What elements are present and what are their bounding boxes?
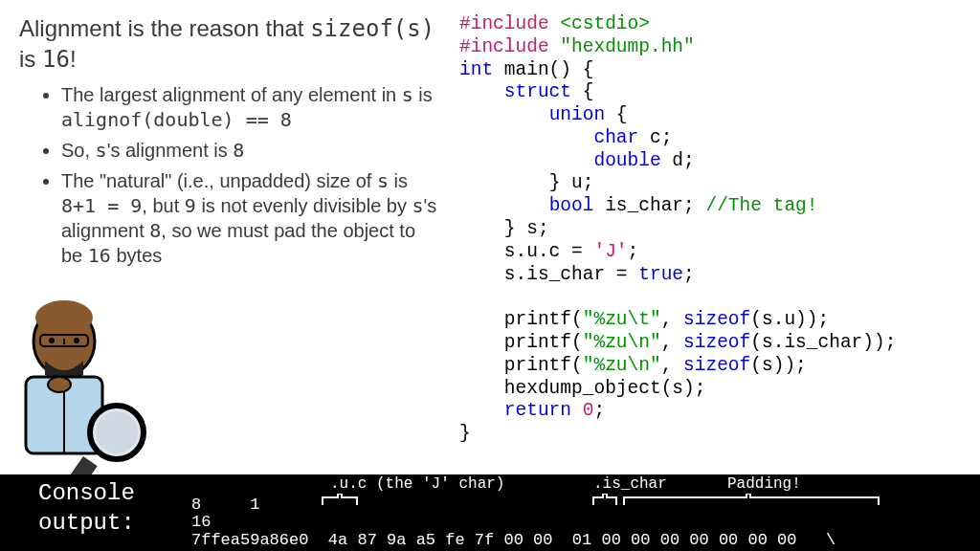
t: The "natural" (i.e., unpadded) size of (61, 170, 377, 191)
heading-text: Alignment is the reason that (19, 15, 310, 41)
t: 's alignment is (107, 140, 234, 161)
t: 0 (571, 400, 593, 421)
svg-point-11 (48, 377, 71, 392)
t: sizeof (683, 309, 750, 330)
annotation-ischar: .is_char (593, 476, 667, 494)
t: "%zu\n" (583, 332, 661, 353)
t: (s)); (750, 355, 807, 376)
console-body: 8 1 16 7ffea59a86e0 4a 87 9a a5 fe 7f 00… (191, 478, 980, 551)
t: 'J' (593, 241, 627, 262)
t: "%zu\n" (583, 355, 661, 376)
t: hexdump_object(s); (504, 378, 706, 399)
t: bool (549, 195, 594, 216)
t: sizeof (683, 332, 750, 353)
t: { (571, 81, 593, 102)
t: bytes (111, 245, 162, 266)
t: "hexdump.hh" (560, 36, 694, 57)
console-output: Console output: 8 1 16 7ffea59a86e0 4a 8… (0, 474, 980, 551)
t: <cstdio> (560, 13, 650, 34)
t: 8 (149, 219, 161, 242)
t: is not evenly divisible by (196, 195, 412, 216)
t: sizeof (683, 355, 750, 376)
heading-code: sizeof(s) (310, 15, 434, 42)
t: is (389, 170, 408, 191)
list-item: The largest alignment of any element in … (61, 82, 440, 132)
heading-text2: is (19, 46, 42, 72)
t: } u; (549, 172, 594, 193)
t: true (638, 264, 683, 285)
code-block: #include <cstdio> #include "hexdump.hh" … (459, 0, 980, 474)
t: ; (628, 241, 639, 262)
t: s.u.c = (504, 241, 594, 262)
t: 9 (185, 194, 196, 217)
t: , but (142, 195, 184, 216)
heading-bang: ! (70, 46, 77, 72)
t: } (459, 423, 471, 444)
heading-num: 16 (42, 46, 70, 73)
t: , (661, 355, 683, 376)
t: is (413, 84, 433, 105)
console-label: Console output: (38, 478, 191, 551)
t: , (661, 309, 683, 330)
t: //The tag! (705, 195, 817, 216)
t: } s; (504, 218, 549, 239)
t: 16 (88, 244, 111, 267)
console-line: 8 1 (191, 496, 259, 514)
t: #include (459, 36, 560, 57)
list-item: So, s's alignment is 8 (61, 138, 440, 163)
console-line: 16 (191, 513, 211, 531)
t: So, (61, 140, 96, 161)
t: s (377, 169, 389, 192)
t: main() { (493, 59, 593, 80)
t: is_char; (593, 195, 705, 216)
t: ; (683, 264, 695, 285)
t: double (593, 150, 660, 171)
t: struct (504, 81, 571, 102)
bullet-list: The largest alignment of any element in … (61, 82, 440, 268)
bracket-icon (591, 494, 620, 507)
t: char (593, 127, 638, 148)
t: printf( (504, 309, 583, 330)
t: { (605, 104, 627, 125)
console-line: 7ffea59a86e0 4a 87 9a a5 fe 7f 00 00 01 … (191, 531, 835, 549)
svg-point-5 (74, 338, 79, 343)
t: output: (38, 508, 191, 538)
t: c; (638, 127, 672, 148)
t: ; (593, 400, 605, 421)
t: 8+1 = 9 (61, 194, 142, 217)
t: 8 (233, 139, 244, 162)
svg-point-1 (35, 300, 93, 335)
t: s (412, 194, 424, 217)
t: The largest alignment of any element in (61, 84, 402, 105)
t: "%zu\t" (583, 309, 661, 330)
t: Console (38, 478, 191, 508)
t: d; (661, 150, 695, 171)
list-item: The "natural" (i.e., unpadded) size of s… (61, 168, 440, 268)
t: , (661, 332, 683, 353)
annotation-uc: .u.c (the 'J' char) (330, 476, 504, 494)
bracket-icon (622, 494, 880, 507)
t: #include (459, 13, 560, 34)
t: return (504, 400, 571, 421)
t: alignof(double) == 8 (61, 108, 292, 131)
t: int (459, 59, 493, 80)
svg-point-4 (49, 338, 55, 343)
slide-heading: Alignment is the reason that sizeof(s) i… (19, 13, 440, 75)
t: printf( (504, 355, 583, 376)
t: union (549, 104, 606, 125)
bracket-icon (321, 494, 359, 507)
t: s.is_char = (504, 264, 638, 285)
t: (s.u)); (750, 309, 829, 330)
t: s (96, 139, 107, 162)
avatar-illustration (0, 289, 165, 480)
t: s (402, 83, 413, 106)
t: printf( (504, 332, 583, 353)
annotation-padding: Padding! (727, 476, 801, 494)
t: (s.is_char)); (750, 332, 896, 353)
svg-point-9 (96, 411, 138, 453)
